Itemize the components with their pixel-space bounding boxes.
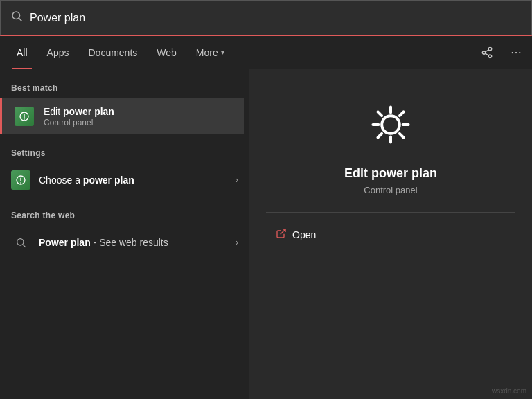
svg-line-1 bbox=[19, 18, 21, 21]
search-input[interactable] bbox=[30, 12, 522, 24]
gear-icon bbox=[363, 97, 418, 152]
svg-point-0 bbox=[12, 12, 20, 19]
svg-point-4 bbox=[488, 55, 492, 58]
settings-item-title: Choose a power plan bbox=[39, 174, 236, 186]
svg-line-6 bbox=[485, 49, 488, 51]
search-icon bbox=[10, 10, 23, 26]
svg-point-8 bbox=[515, 51, 517, 53]
best-match-text: Edit power plan Control panel bbox=[44, 105, 233, 127]
best-match-subtitle: Control panel bbox=[44, 118, 233, 127]
best-match-icon bbox=[13, 105, 35, 127]
tab-apps[interactable]: Apps bbox=[37, 42, 79, 64]
search-bar bbox=[0, 0, 532, 36]
tab-more[interactable]: More ▾ bbox=[186, 42, 234, 64]
svg-point-3 bbox=[482, 51, 486, 54]
nav-tabs: All Apps Documents Web More ▾ bbox=[0, 36, 532, 69]
svg-line-11 bbox=[23, 245, 26, 247]
settings-label: Settings bbox=[0, 145, 249, 163]
web-item-title: Power plan - See web results bbox=[39, 236, 236, 249]
web-search-item[interactable]: Power plan - See web results › bbox=[0, 226, 249, 259]
svg-point-9 bbox=[519, 51, 520, 53]
svg-point-10 bbox=[17, 239, 24, 245]
settings-item-text: Choose a power plan bbox=[39, 174, 236, 186]
svg-point-2 bbox=[488, 47, 492, 51]
svg-line-5 bbox=[485, 53, 488, 55]
settings-item-icon bbox=[11, 170, 30, 190]
left-panel: Best match Edit power plan Control panel… bbox=[0, 69, 249, 399]
open-label: Open bbox=[292, 229, 316, 240]
svg-point-7 bbox=[512, 51, 513, 53]
more-options-button[interactable] bbox=[507, 44, 525, 62]
web-search-label: Search the web bbox=[0, 208, 249, 226]
svg-point-12 bbox=[382, 116, 400, 134]
svg-line-13 bbox=[281, 229, 285, 234]
right-title: Edit power plan bbox=[344, 166, 437, 181]
tab-all[interactable]: All bbox=[7, 42, 37, 64]
settings-item[interactable]: Choose a power plan › bbox=[0, 163, 249, 197]
best-match-title: Edit power plan bbox=[44, 105, 233, 118]
best-match-label: Best match bbox=[0, 80, 249, 98]
right-panel: Edit power plan Control panel Open bbox=[249, 69, 532, 399]
chevron-down-icon: ▾ bbox=[221, 48, 224, 56]
watermark: wsxdn.com bbox=[492, 387, 526, 395]
right-subtitle: Control panel bbox=[364, 185, 417, 195]
tab-web[interactable]: Web bbox=[147, 42, 186, 64]
main-content: Best match Edit power plan Control panel… bbox=[0, 69, 532, 399]
web-search-icon bbox=[11, 233, 30, 252]
right-divider bbox=[266, 212, 515, 213]
open-button[interactable]: Open bbox=[266, 224, 326, 246]
settings-item-arrow: › bbox=[236, 175, 238, 185]
web-item-arrow: › bbox=[236, 238, 238, 247]
tab-documents[interactable]: Documents bbox=[78, 42, 147, 64]
web-item-text: Power plan - See web results bbox=[39, 236, 236, 249]
share-icon-button[interactable] bbox=[478, 44, 496, 62]
open-icon bbox=[276, 228, 287, 242]
best-match-item[interactable]: Edit power plan Control panel bbox=[0, 98, 244, 134]
